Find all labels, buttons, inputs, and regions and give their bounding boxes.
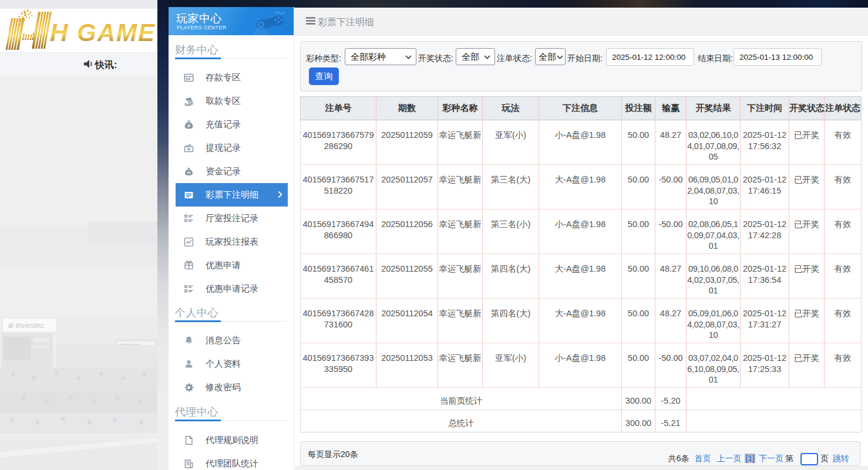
svg-text:H GAME: H GAME bbox=[50, 19, 156, 46]
svg-text:¥: ¥ bbox=[187, 123, 190, 129]
svg-text:⊕ Investec: ⊕ Investec bbox=[7, 321, 44, 330]
